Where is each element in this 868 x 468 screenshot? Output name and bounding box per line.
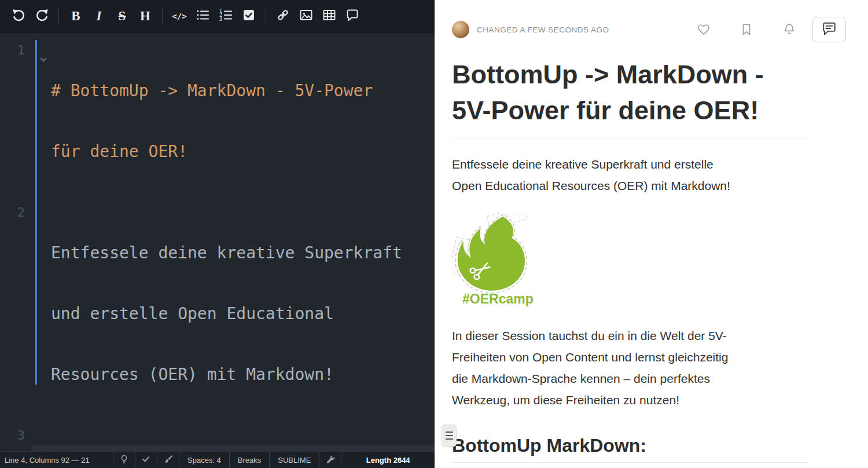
changed-lines-indicator <box>35 40 37 385</box>
italic-icon: I <box>97 9 102 24</box>
ordered-list-button[interactable]: 123 <box>214 5 237 28</box>
bold-icon: B <box>71 9 80 24</box>
paragraph-line: Entfessele deine kreative Superkraft und… <box>452 153 807 175</box>
toolbar-separator <box>162 9 163 24</box>
preferences-button[interactable] <box>319 452 341 468</box>
redo-icon <box>35 9 49 24</box>
editor-line: 2 Entfessele deine kreative Superkraft u… <box>0 202 435 425</box>
fold-chevron-icon[interactable] <box>40 47 47 68</box>
section-heading: BottomUp MarkDown: <box>452 435 807 463</box>
open-comments-button[interactable] <box>812 17 846 42</box>
check-icon <box>142 455 150 465</box>
link-button[interactable] <box>271 5 295 28</box>
paragraph-line: Freiheiten von Open Content und lernst g… <box>452 346 807 368</box>
cursor-position: Line 4, Columns 92 — 21 <box>0 452 113 468</box>
lightbulb-icon <box>120 455 128 465</box>
svg-text:3: 3 <box>219 17 222 21</box>
bookmark-icon[interactable] <box>740 23 753 36</box>
line-number: 4 <box>17 448 25 451</box>
editor-gutter: 4 <box>0 445 32 451</box>
rendered-markdown: BottomUp -> MarkDown - 5V-Power für dein… <box>452 57 807 463</box>
checklist-button[interactable] <box>237 5 260 28</box>
title-line: BottomUp -> MarkDown - <box>452 57 807 93</box>
theme-toggle[interactable] <box>113 452 135 468</box>
unordered-list-button[interactable] <box>191 5 214 28</box>
bold-button[interactable]: B <box>64 5 87 28</box>
image-button[interactable] <box>295 5 318 28</box>
code-row: für deine OER! <box>51 141 435 162</box>
toolbar-separator <box>266 9 266 24</box>
editor-statusbar: Line 4, Columns 92 — 21 Spaces: 4 Breaks… <box>0 451 435 468</box>
code-text: Entfessele deine kreative Superkraft und… <box>32 202 435 425</box>
document-length: Length 2644 <box>341 452 435 468</box>
last-changed-label: CHANGED A FEW SECONDS AGO <box>477 25 609 34</box>
code-row: # BottomUp -> MarkDown - 5V-Power <box>51 81 435 101</box>
line-number: 2 <box>17 205 25 220</box>
line-number: 1 <box>17 43 25 57</box>
title-line: 5V-Power für deine OER! <box>452 93 807 129</box>
comment-icon <box>346 9 359 24</box>
code-row <box>51 425 435 445</box>
toolbar-separator <box>58 9 59 24</box>
check-square-icon <box>242 9 255 24</box>
table-icon <box>323 9 336 24</box>
document-title: BottomUp -> MarkDown - 5V-Power für dein… <box>452 57 807 138</box>
linter-toggle[interactable] <box>157 452 179 468</box>
code-row: Resources (OER) mit Markdown! <box>51 364 435 385</box>
code-icon: </> <box>172 12 186 21</box>
editor-gutter: 3 <box>0 425 32 445</box>
markdown-editor[interactable]: 1 # BottomUp -> MarkDown - 5V-Power für … <box>0 33 435 451</box>
bell-icon[interactable] <box>782 23 796 36</box>
list-ol-icon: 123 <box>219 9 232 24</box>
redo-button[interactable] <box>30 5 53 28</box>
editor-gutter: 1 <box>0 40 32 202</box>
spellcheck-toggle[interactable] <box>135 452 157 468</box>
indent-width-toggle[interactable]: Spaces: 4 <box>179 452 230 468</box>
note-actions <box>697 23 796 36</box>
editor-pane: B I S H </> 123 1 # BottomUp -> MarkDown… <box>0 0 435 468</box>
code-text: ![](https://open-educational- resources.… <box>32 445 435 451</box>
heading-button[interactable]: H <box>134 5 157 28</box>
editor-line: 1 # BottomUp -> MarkDown - 5V-Power für … <box>0 40 435 202</box>
code-row: und erstelle Open Educational <box>51 304 435 324</box>
editor-toolbar: B I S H </> 123 <box>0 0 435 33</box>
paragraph-line: In dieser Session tauchst du ein in die … <box>452 325 807 346</box>
preview-header: CHANGED A FEW SECONDS AGO <box>452 16 846 43</box>
strikethrough-icon: S <box>119 9 126 24</box>
paragraph: Entfessele deine kreative Superkraft und… <box>452 153 807 196</box>
logo-caption: #OERcamp <box>462 291 534 306</box>
paragraph-line: Werkzeug, um diese Freiheiten zu nutzen! <box>452 389 807 411</box>
preview-pane: CHANGED A FEW SECONDS AGO BottomUp -> Ma… <box>435 0 868 468</box>
wrench-icon <box>326 455 334 465</box>
code-text: # BottomUp -> MarkDown - 5V-Power für de… <box>32 40 435 202</box>
editor-line-active: 4 ![](https://open-educational- resource… <box>0 445 435 451</box>
image-icon <box>300 9 312 24</box>
editor-gutter: 2 <box>0 202 32 425</box>
comment-bubble-icon <box>822 21 837 38</box>
code-button[interactable]: </> <box>168 5 191 28</box>
heading-icon: H <box>140 9 150 24</box>
undo-button[interactable] <box>7 5 30 28</box>
code-row: Entfessele deine kreative Superkraft <box>51 243 435 263</box>
italic-button[interactable]: I <box>87 5 111 28</box>
paint-brush-icon <box>164 455 172 465</box>
keymap-toggle[interactable]: SUBLIME <box>270 452 319 468</box>
editor-line: 3 <box>0 425 435 445</box>
comment-button-toolbar[interactable] <box>341 5 364 28</box>
link-icon <box>277 9 289 24</box>
avatar <box>452 21 469 38</box>
code-text <box>32 425 435 445</box>
pane-resize-handle[interactable] <box>442 425 457 447</box>
undo-icon <box>12 9 25 24</box>
linebreak-mode-toggle[interactable]: Breaks <box>230 452 270 468</box>
oercamp-logo-image: #OERcamp <box>452 213 807 310</box>
heart-icon[interactable] <box>697 23 711 36</box>
list-ul-icon <box>196 9 209 24</box>
paragraph-line: die Markdown-Sprache kennen – dein perfe… <box>452 368 807 389</box>
strikethrough-button[interactable]: S <box>111 5 134 28</box>
paragraph-line: Open Educational Resources (OER) mit Mar… <box>452 175 807 196</box>
paragraph: In dieser Session tauchst du ein in die … <box>452 325 807 411</box>
table-button[interactable] <box>318 5 341 28</box>
line-number: 3 <box>17 428 25 443</box>
